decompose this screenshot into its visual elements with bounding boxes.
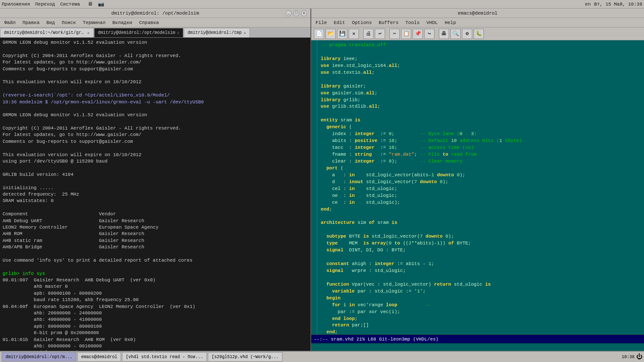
tab-2[interactable]: dmitriy@demidrol:/tmp ✕ <box>184 28 250 37</box>
emacs-menu-file[interactable]: File <box>313 20 329 25</box>
toolbar-cut[interactable]: ✂ <box>389 29 400 39</box>
taskbar-item-1[interactable]: emacs@demidrol <box>77 352 121 362</box>
system-bar-right: en Вт, 15 Май, 10:38 <box>585 2 642 7</box>
terminal-content[interactable]: GRMON LEON debug monitor v1.1.52 evaluat… <box>0 38 310 351</box>
tab-0[interactable]: dmitriy@demidrol:~/Work/git/grlib4104/de… <box>0 28 94 37</box>
toolbar-preferences[interactable]: ⚙ <box>462 29 472 39</box>
system-menu[interactable]: Система <box>60 2 80 7</box>
taskbar-item-0[interactable]: dmitriy@demidrol:/opt/m... <box>2 352 76 362</box>
system-bar: Приложения Переход Система 🖥 📷 en Вт, 15… <box>0 0 644 9</box>
toolbar-undo[interactable]: ↩ <box>375 29 385 39</box>
terminal-tabs: dmitriy@demidrol:~/Work/git/grlib4104/de… <box>0 27 310 38</box>
toolbar-redo[interactable]: ↪ <box>424 29 434 39</box>
terminal-title-bar: dmitriy@demidrol: /opt/modelsim _ □ ✕ <box>0 9 310 18</box>
wm-maximize[interactable]: □ <box>293 10 299 16</box>
emacs-title: emacs@demidrol <box>458 11 497 16</box>
tab-close-0[interactable]: ✕ <box>87 30 90 36</box>
menu-help[interactable]: Справка <box>137 20 161 25</box>
tab-close-1[interactable]: ✕ <box>177 30 179 36</box>
tab-close-2[interactable]: ✕ <box>243 30 246 36</box>
emacs-menu-vhdl[interactable]: VHDL <box>424 20 440 25</box>
menu-search[interactable]: Поиск <box>59 20 79 25</box>
taskbar-power-icon[interactable]: ⏻ <box>636 353 642 360</box>
toolbar-open[interactable]: 📂 <box>325 29 336 39</box>
emacs-menu: File Edit Options Buffers Tools VHDL Hel… <box>311 18 644 27</box>
menu-edit[interactable]: Правка <box>20 20 42 25</box>
emacs-code[interactable]: -- pragma translate_off library ieee; us… <box>317 40 644 335</box>
nav-menu[interactable]: Переход <box>35 2 55 7</box>
emacs-status-bar: --:-- sram.vhd 21% L68 Git-leon3mp (VHDL… <box>311 335 644 343</box>
taskbar-right: 10:38 ⏻ <box>622 353 642 360</box>
emacs-menu-help[interactable]: Help <box>442 20 459 25</box>
toolbar-print-preview[interactable]: 🖨 <box>363 29 374 39</box>
toolbar-save[interactable]: 💾 <box>337 29 347 39</box>
wm-close[interactable]: ✕ <box>301 10 307 16</box>
emacs-menu-buffers[interactable]: Buffers <box>376 20 401 25</box>
taskbar-item-2[interactable]: [vhdl std.textio read - Пои... <box>122 352 207 362</box>
emacs-gutter <box>311 40 317 335</box>
tab-1[interactable]: dmitriy@demidrol:/opt/modelsim ✕ <box>94 28 183 37</box>
toolbar-debug[interactable]: 🐛 <box>474 29 484 39</box>
taskbar-item-3[interactable]: [s29gl512p.vhd (~Work/g... <box>208 352 283 362</box>
menu-view[interactable]: Вид <box>44 20 58 25</box>
wm-controls: _ □ ✕ <box>286 10 307 16</box>
emacs-title-bar: emacs@demidrol <box>311 9 644 18</box>
emacs-menu-options[interactable]: Options <box>349 20 374 25</box>
toolbar-new[interactable]: 📄 <box>314 29 324 39</box>
system-time: Вт, 15 Май, 10:38 <box>594 2 642 7</box>
menu-tabs[interactable]: Вкладки <box>110 20 135 25</box>
toolbar-print[interactable]: 🖶 <box>439 29 449 39</box>
terminal-panel: dmitriy@demidrol: /opt/modelsim _ □ ✕ Фа… <box>0 9 311 351</box>
menu-file[interactable]: Файл <box>2 20 18 25</box>
emacs-menu-edit[interactable]: Edit <box>331 20 347 25</box>
locale-indicator: en <box>585 2 591 7</box>
emacs-toolbar: 📄 📂 💾 ✕ 🖨 ↩ ✂ 📋 📌 ↪ 🖶 🔍 ⚙ 🐛 <box>311 27 644 40</box>
wm-minimize[interactable]: _ <box>286 10 292 16</box>
taskbar: dmitriy@demidrol:/opt/m... emacs@demidro… <box>0 351 644 362</box>
toolbar-copy[interactable]: 📋 <box>401 29 411 39</box>
main-container: dmitriy@demidrol: /opt/modelsim _ □ ✕ Фа… <box>0 9 644 351</box>
taskbar-time: 10:38 <box>622 355 635 359</box>
terminal-menu: Файл Правка Вид Поиск Терминал Вкладки С… <box>0 18 310 27</box>
emacs-menu-tools[interactable]: Tools <box>403 20 422 25</box>
emacs-minibuffer <box>311 343 644 351</box>
toolbar-paste[interactable]: 📌 <box>413 29 423 39</box>
toolbar-close[interactable]: ✕ <box>349 29 359 39</box>
terminal-title: dmitriy@demidrol: /opt/modelsim <box>111 11 199 16</box>
emacs-status-text: --:-- sram.vhd 21% L68 Git-leon3mp (VHDL… <box>314 337 641 342</box>
apps-menu[interactable]: Приложения <box>2 2 30 7</box>
menu-terminal[interactable]: Терминал <box>80 20 108 25</box>
emacs-panel: emacs@demidrol File Edit Options Buffers… <box>311 9 644 351</box>
toolbar-scissors[interactable]: 🔍 <box>450 29 461 39</box>
